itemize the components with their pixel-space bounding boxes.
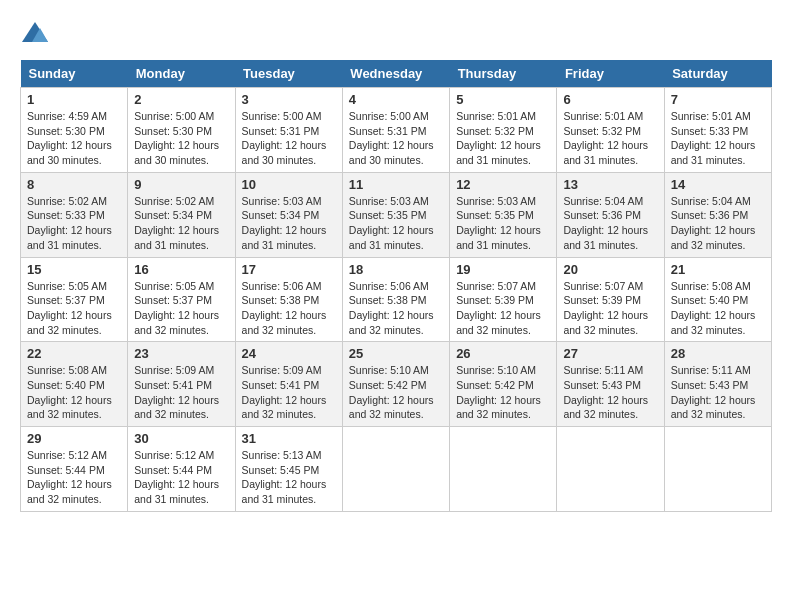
day-cell: 29 Sunrise: 5:12 AMSunset: 5:44 PMDaylig… bbox=[21, 427, 128, 512]
day-number: 11 bbox=[349, 177, 443, 192]
day-number: 7 bbox=[671, 92, 765, 107]
day-number: 28 bbox=[671, 346, 765, 361]
day-info: Sunrise: 5:06 AMSunset: 5:38 PMDaylight:… bbox=[242, 280, 327, 336]
day-info: Sunrise: 5:11 AMSunset: 5:43 PMDaylight:… bbox=[563, 364, 648, 420]
day-number: 22 bbox=[27, 346, 121, 361]
day-cell: 3 Sunrise: 5:00 AMSunset: 5:31 PMDayligh… bbox=[235, 88, 342, 173]
day-cell: 17 Sunrise: 5:06 AMSunset: 5:38 PMDaylig… bbox=[235, 257, 342, 342]
weekday-header-saturday: Saturday bbox=[664, 60, 771, 88]
day-cell: 24 Sunrise: 5:09 AMSunset: 5:41 PMDaylig… bbox=[235, 342, 342, 427]
day-info: Sunrise: 5:05 AMSunset: 5:37 PMDaylight:… bbox=[27, 280, 112, 336]
day-info: Sunrise: 5:03 AMSunset: 5:34 PMDaylight:… bbox=[242, 195, 327, 251]
day-info: Sunrise: 5:13 AMSunset: 5:45 PMDaylight:… bbox=[242, 449, 327, 505]
logo-icon bbox=[20, 20, 50, 50]
weekday-header-tuesday: Tuesday bbox=[235, 60, 342, 88]
day-cell: 11 Sunrise: 5:03 AMSunset: 5:35 PMDaylig… bbox=[342, 172, 449, 257]
day-cell: 23 Sunrise: 5:09 AMSunset: 5:41 PMDaylig… bbox=[128, 342, 235, 427]
day-cell bbox=[342, 427, 449, 512]
day-cell: 20 Sunrise: 5:07 AMSunset: 5:39 PMDaylig… bbox=[557, 257, 664, 342]
day-number: 29 bbox=[27, 431, 121, 446]
day-info: Sunrise: 5:03 AMSunset: 5:35 PMDaylight:… bbox=[349, 195, 434, 251]
day-cell: 6 Sunrise: 5:01 AMSunset: 5:32 PMDayligh… bbox=[557, 88, 664, 173]
day-number: 18 bbox=[349, 262, 443, 277]
week-row-2: 8 Sunrise: 5:02 AMSunset: 5:33 PMDayligh… bbox=[21, 172, 772, 257]
day-number: 9 bbox=[134, 177, 228, 192]
day-number: 5 bbox=[456, 92, 550, 107]
day-cell: 28 Sunrise: 5:11 AMSunset: 5:43 PMDaylig… bbox=[664, 342, 771, 427]
week-row-4: 22 Sunrise: 5:08 AMSunset: 5:40 PMDaylig… bbox=[21, 342, 772, 427]
day-info: Sunrise: 5:03 AMSunset: 5:35 PMDaylight:… bbox=[456, 195, 541, 251]
day-cell bbox=[557, 427, 664, 512]
day-cell bbox=[664, 427, 771, 512]
day-info: Sunrise: 5:07 AMSunset: 5:39 PMDaylight:… bbox=[563, 280, 648, 336]
page-header bbox=[20, 20, 772, 50]
weekday-header-sunday: Sunday bbox=[21, 60, 128, 88]
day-cell: 8 Sunrise: 5:02 AMSunset: 5:33 PMDayligh… bbox=[21, 172, 128, 257]
weekday-header-row: SundayMondayTuesdayWednesdayThursdayFrid… bbox=[21, 60, 772, 88]
day-info: Sunrise: 5:08 AMSunset: 5:40 PMDaylight:… bbox=[671, 280, 756, 336]
day-number: 6 bbox=[563, 92, 657, 107]
day-info: Sunrise: 5:11 AMSunset: 5:43 PMDaylight:… bbox=[671, 364, 756, 420]
day-cell: 10 Sunrise: 5:03 AMSunset: 5:34 PMDaylig… bbox=[235, 172, 342, 257]
day-info: Sunrise: 5:08 AMSunset: 5:40 PMDaylight:… bbox=[27, 364, 112, 420]
day-number: 21 bbox=[671, 262, 765, 277]
day-info: Sunrise: 5:04 AMSunset: 5:36 PMDaylight:… bbox=[671, 195, 756, 251]
day-info: Sunrise: 5:07 AMSunset: 5:39 PMDaylight:… bbox=[456, 280, 541, 336]
day-cell: 19 Sunrise: 5:07 AMSunset: 5:39 PMDaylig… bbox=[450, 257, 557, 342]
day-info: Sunrise: 5:05 AMSunset: 5:37 PMDaylight:… bbox=[134, 280, 219, 336]
day-cell: 7 Sunrise: 5:01 AMSunset: 5:33 PMDayligh… bbox=[664, 88, 771, 173]
day-cell: 27 Sunrise: 5:11 AMSunset: 5:43 PMDaylig… bbox=[557, 342, 664, 427]
day-info: Sunrise: 5:06 AMSunset: 5:38 PMDaylight:… bbox=[349, 280, 434, 336]
day-number: 26 bbox=[456, 346, 550, 361]
week-row-5: 29 Sunrise: 5:12 AMSunset: 5:44 PMDaylig… bbox=[21, 427, 772, 512]
day-info: Sunrise: 5:09 AMSunset: 5:41 PMDaylight:… bbox=[242, 364, 327, 420]
week-row-1: 1 Sunrise: 4:59 AMSunset: 5:30 PMDayligh… bbox=[21, 88, 772, 173]
day-number: 20 bbox=[563, 262, 657, 277]
day-cell: 12 Sunrise: 5:03 AMSunset: 5:35 PMDaylig… bbox=[450, 172, 557, 257]
day-cell: 13 Sunrise: 5:04 AMSunset: 5:36 PMDaylig… bbox=[557, 172, 664, 257]
day-info: Sunrise: 5:01 AMSunset: 5:32 PMDaylight:… bbox=[456, 110, 541, 166]
week-row-3: 15 Sunrise: 5:05 AMSunset: 5:37 PMDaylig… bbox=[21, 257, 772, 342]
weekday-header-monday: Monday bbox=[128, 60, 235, 88]
day-number: 3 bbox=[242, 92, 336, 107]
day-cell bbox=[450, 427, 557, 512]
day-number: 13 bbox=[563, 177, 657, 192]
day-cell: 1 Sunrise: 4:59 AMSunset: 5:30 PMDayligh… bbox=[21, 88, 128, 173]
day-cell: 22 Sunrise: 5:08 AMSunset: 5:40 PMDaylig… bbox=[21, 342, 128, 427]
day-info: Sunrise: 4:59 AMSunset: 5:30 PMDaylight:… bbox=[27, 110, 112, 166]
day-number: 12 bbox=[456, 177, 550, 192]
weekday-header-friday: Friday bbox=[557, 60, 664, 88]
day-cell: 31 Sunrise: 5:13 AMSunset: 5:45 PMDaylig… bbox=[235, 427, 342, 512]
day-info: Sunrise: 5:12 AMSunset: 5:44 PMDaylight:… bbox=[27, 449, 112, 505]
day-cell: 25 Sunrise: 5:10 AMSunset: 5:42 PMDaylig… bbox=[342, 342, 449, 427]
day-number: 25 bbox=[349, 346, 443, 361]
day-info: Sunrise: 5:01 AMSunset: 5:33 PMDaylight:… bbox=[671, 110, 756, 166]
day-number: 24 bbox=[242, 346, 336, 361]
day-number: 30 bbox=[134, 431, 228, 446]
day-number: 23 bbox=[134, 346, 228, 361]
day-cell: 2 Sunrise: 5:00 AMSunset: 5:30 PMDayligh… bbox=[128, 88, 235, 173]
day-number: 10 bbox=[242, 177, 336, 192]
day-number: 1 bbox=[27, 92, 121, 107]
day-info: Sunrise: 5:02 AMSunset: 5:34 PMDaylight:… bbox=[134, 195, 219, 251]
day-info: Sunrise: 5:10 AMSunset: 5:42 PMDaylight:… bbox=[456, 364, 541, 420]
day-cell: 9 Sunrise: 5:02 AMSunset: 5:34 PMDayligh… bbox=[128, 172, 235, 257]
day-number: 15 bbox=[27, 262, 121, 277]
day-cell: 14 Sunrise: 5:04 AMSunset: 5:36 PMDaylig… bbox=[664, 172, 771, 257]
day-number: 19 bbox=[456, 262, 550, 277]
logo bbox=[20, 20, 54, 50]
day-cell: 5 Sunrise: 5:01 AMSunset: 5:32 PMDayligh… bbox=[450, 88, 557, 173]
day-cell: 16 Sunrise: 5:05 AMSunset: 5:37 PMDaylig… bbox=[128, 257, 235, 342]
day-info: Sunrise: 5:00 AMSunset: 5:31 PMDaylight:… bbox=[242, 110, 327, 166]
day-info: Sunrise: 5:00 AMSunset: 5:30 PMDaylight:… bbox=[134, 110, 219, 166]
day-cell: 26 Sunrise: 5:10 AMSunset: 5:42 PMDaylig… bbox=[450, 342, 557, 427]
day-info: Sunrise: 5:09 AMSunset: 5:41 PMDaylight:… bbox=[134, 364, 219, 420]
day-info: Sunrise: 5:12 AMSunset: 5:44 PMDaylight:… bbox=[134, 449, 219, 505]
weekday-header-wednesday: Wednesday bbox=[342, 60, 449, 88]
day-info: Sunrise: 5:10 AMSunset: 5:42 PMDaylight:… bbox=[349, 364, 434, 420]
day-cell: 30 Sunrise: 5:12 AMSunset: 5:44 PMDaylig… bbox=[128, 427, 235, 512]
day-info: Sunrise: 5:01 AMSunset: 5:32 PMDaylight:… bbox=[563, 110, 648, 166]
day-number: 16 bbox=[134, 262, 228, 277]
day-info: Sunrise: 5:04 AMSunset: 5:36 PMDaylight:… bbox=[563, 195, 648, 251]
day-number: 14 bbox=[671, 177, 765, 192]
